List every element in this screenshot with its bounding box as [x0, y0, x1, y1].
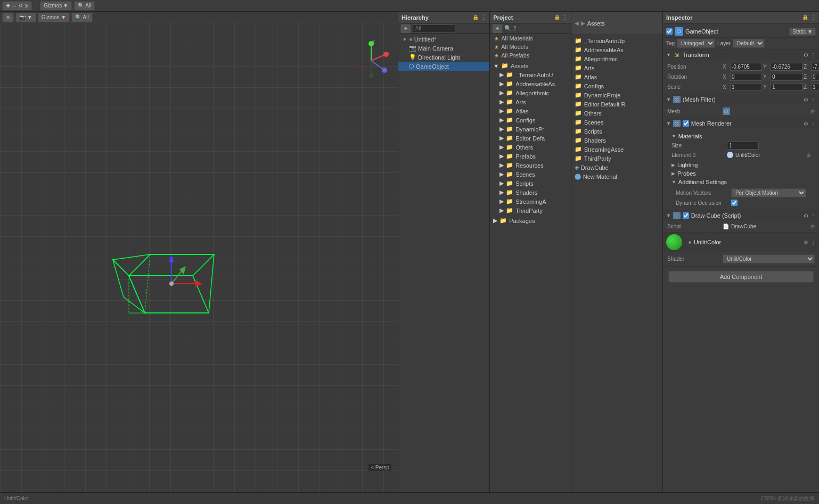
assets-root[interactable]: ▼ 📁 Assets [490, 61, 571, 70]
static-button[interactable]: Static ▼ [789, 28, 816, 36]
folder-allegorithmic[interactable]: ▶ 📁 Allegorithmic [490, 88, 571, 97]
hierarchy-item-dirlight[interactable]: 💡 Directional Light [398, 53, 489, 62]
dc-settings-icon[interactable]: ⚙ [804, 213, 808, 219]
transform-menu-icon[interactable]: ⋮ [810, 52, 816, 58]
additional-header[interactable]: ▼ Additional Settings [667, 178, 815, 186]
probes-header[interactable]: ▶ Probes [667, 169, 815, 178]
rot-x-input[interactable] [730, 73, 762, 81]
mesh-target-icon[interactable]: ⊙ [810, 109, 815, 114]
mesh-renderer-header[interactable]: ▼ ⬡ Mesh Renderer ⚙ ⋮ [663, 118, 819, 129]
scene-view[interactable]: ✕ 📷 ▼ Gizmos ▼ 🔍 All [0, 12, 398, 492]
scale-z-input[interactable] [811, 83, 819, 91]
add-component-button[interactable]: Add Component [668, 271, 814, 283]
hierarchy-item-maincamera[interactable]: 📷 Main Camera [398, 44, 489, 53]
more-icon[interactable]: ⋮ [481, 14, 486, 20]
tag-select[interactable]: Untagged [677, 39, 715, 48]
folder-dynamic[interactable]: ▶ 📁 DynamicPr [490, 125, 571, 134]
script-target-icon[interactable]: ⊙ [810, 224, 815, 229]
folder-addressable[interactable]: ▶ 📁 AddressableAs [490, 79, 571, 88]
pos-z-input[interactable] [811, 63, 819, 71]
tools-button[interactable]: ✚ ↔ ↺ ⇲ [2, 1, 32, 11]
right-folder-streaming[interactable]: 📁 StreamingAsse [571, 145, 662, 154]
dc-enabled-checkbox[interactable] [683, 212, 689, 219]
scene-camera-btn[interactable]: 📷 ▼ [15, 13, 36, 22]
pos-x-input[interactable] [730, 63, 762, 71]
folder-configs[interactable]: ▶ 📁 Configs [490, 115, 571, 125]
gameobject-active-checkbox[interactable] [666, 28, 673, 35]
folder-prefabs[interactable]: ▶ 📁 Prefabs [490, 152, 571, 161]
hierarchy-item-gameobject[interactable]: ⬡ GameObject [398, 62, 489, 71]
right-folder-thirdparty[interactable]: 📁 ThirdParty [571, 154, 662, 163]
lighting-header[interactable]: ▶ Lighting [667, 161, 815, 169]
right-folder-scenes[interactable]: 📁 Scenes [571, 118, 662, 127]
right-folder-allegorithmic[interactable]: 📁 Allegorithmic [571, 54, 662, 63]
scene-tool1[interactable]: ✕ [2, 13, 14, 22]
mr-settings-icon[interactable]: ⚙ [804, 121, 808, 127]
right-folder-scripts[interactable]: 📁 Scripts [571, 127, 662, 136]
rot-z-input[interactable] [811, 73, 819, 81]
right-folder-addressable[interactable]: 📁 AddressableAs [571, 45, 662, 54]
dynamic-occlusion-checkbox[interactable] [731, 200, 738, 206]
folder-shaders[interactable]: ▶ 📁 Shaders [490, 188, 571, 197]
right-folder-atlas[interactable]: 📁 Atlas [571, 72, 662, 81]
mesh-filter-header[interactable]: ▼ ⬡ (Mesh Filter) ⚙ ⋮ [663, 94, 819, 105]
transform-header[interactable]: ▼ ⇲ Transform ⚙ ⋮ [663, 49, 819, 60]
lock-icon[interactable]: 🔒 [472, 14, 479, 20]
more-icon-inspector[interactable]: ⋮ [810, 14, 816, 20]
right-folder-others[interactable]: 📁 Others [571, 109, 662, 118]
fav-all-prefabs[interactable]: ★ All Prefabs [490, 51, 571, 60]
folder-others[interactable]: ▶ 📁 Others [490, 143, 571, 152]
mr-enabled-checkbox[interactable] [683, 120, 689, 127]
right-new-material[interactable]: ⬤ New Material [571, 172, 662, 181]
material-section-header[interactable]: ▼ Unlit/Color ⚙ ⋮ [663, 233, 819, 252]
pos-y-input[interactable] [771, 63, 802, 71]
right-folder-terrain[interactable]: 📁 _TerrainAutoUp [571, 36, 662, 45]
folder-terrain[interactable]: ▶ 📁 _TerrainAutoU [490, 70, 571, 79]
rot-y-input[interactable] [771, 73, 802, 81]
mat-menu-icon[interactable]: ⋮ [810, 239, 816, 245]
mf-settings-icon[interactable]: ⚙ [804, 97, 808, 103]
back-arrow-icon[interactable]: ◀ [575, 20, 579, 26]
right-folder-shaders[interactable]: 📁 Shaders [571, 136, 662, 145]
motion-vectors-select[interactable]: Per Object Motion [731, 188, 806, 197]
scene-search-btn[interactable]: 🔍 All [71, 13, 92, 22]
right-drawcube[interactable]: ◈ DrawCube [571, 163, 662, 172]
transform-settings-icon[interactable]: ⚙ [804, 52, 808, 58]
folder-scripts[interactable]: ▶ 📁 Scripts [490, 179, 571, 188]
scale-x-input[interactable] [730, 83, 762, 91]
all-button[interactable]: 🔍 All [74, 1, 95, 11]
folder-arts[interactable]: ▶ 📁 Arts [490, 97, 571, 106]
gizmos-button[interactable]: Gizmos ▼ [40, 1, 72, 11]
layer-select[interactable]: Default [733, 39, 765, 48]
right-folder-configs[interactable]: 📁 Configs [571, 81, 662, 90]
hierarchy-item-untitled[interactable]: ▼ ≡ Untitled* [398, 35, 489, 44]
scene-gizmos-btn[interactable]: Gizmos ▼ [38, 13, 70, 22]
mat-target-icon[interactable]: ⊙ [806, 152, 810, 158]
packages-root[interactable]: ▶ 📁 Packages [490, 216, 571, 225]
folder-resources[interactable]: ▶ 📁 Resources [490, 161, 571, 170]
mf-menu-icon[interactable]: ⋮ [810, 97, 816, 103]
more-icon-project[interactable]: ⋮ [562, 14, 568, 20]
folder-scenes[interactable]: ▶ 📁 Scenes [490, 170, 571, 179]
right-folder-editor[interactable]: 📁 Editor Default R [571, 100, 662, 109]
folder-atlas[interactable]: ▶ 📁 Atlas [490, 106, 571, 115]
scale-y-input[interactable] [771, 83, 802, 91]
right-folder-arts[interactable]: 📁 Arts [571, 63, 662, 72]
forward-arrow-icon[interactable]: ▶ [581, 20, 585, 26]
folder-editor[interactable]: ▶ 📁 Editor Defa [490, 134, 571, 143]
mat-size-input[interactable] [727, 142, 759, 150]
dc-menu-icon[interactable]: ⋮ [810, 213, 816, 219]
draw-cube-header[interactable]: ▼ ⬡ Draw Cube (Script) ⚙ ⋮ [663, 210, 819, 221]
lock-icon-inspector[interactable]: 🔒 [802, 14, 808, 20]
mr-menu-icon[interactable]: ⋮ [810, 121, 816, 127]
fav-all-models[interactable]: ★ All Models [490, 43, 571, 51]
folder-streaming[interactable]: ▶ 📁 StreamingA [490, 197, 571, 206]
fav-all-materials[interactable]: ★ All Materials [490, 34, 571, 43]
shader-select[interactable]: Unlit/Color [723, 254, 815, 263]
hierarchy-search[interactable] [413, 24, 455, 33]
folder-thirdparty[interactable]: ▶ 📁 ThirdParty [490, 206, 571, 215]
mat-settings-icon[interactable]: ⚙ [804, 239, 808, 245]
right-folder-dynamic[interactable]: 📁 DynamicProje [571, 90, 662, 100]
project-add-btn[interactable]: + [492, 24, 503, 34]
lock-icon-project[interactable]: 🔒 [554, 14, 560, 20]
